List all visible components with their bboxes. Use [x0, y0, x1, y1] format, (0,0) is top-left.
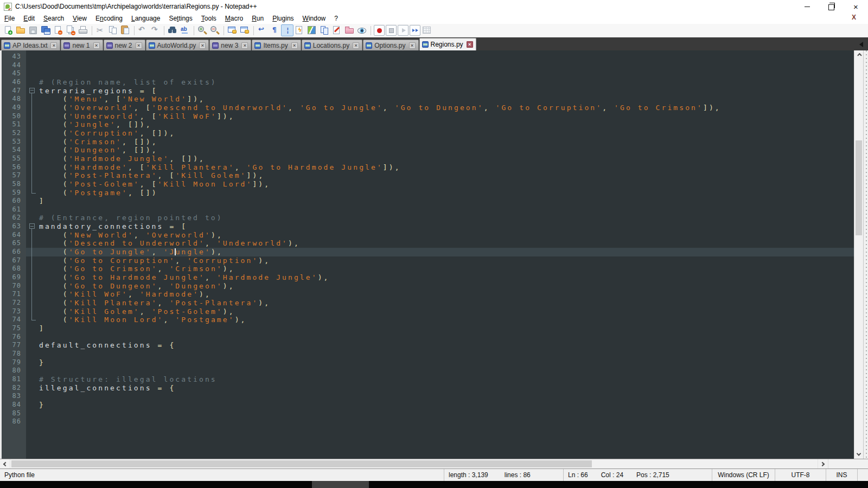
code-text[interactable]: ('Kill Golem', 'Post-Golem'), [39, 307, 854, 316]
tab-close-icon[interactable]: × [353, 42, 359, 49]
show-all-chars-icon[interactable] [269, 24, 281, 36]
code-line-50[interactable]: 50 ('Underworld', ['Kill WoF']), [2, 112, 854, 121]
code-line-53[interactable]: 53 ('Crimson', []), [2, 138, 854, 146]
code-text[interactable]: ('Kill Moon Lord', 'Postgame'), [39, 316, 854, 324]
save-icon[interactable] [27, 24, 40, 36]
code-text[interactable]: ('New World', 'Overworld'), [39, 231, 854, 240]
macro-run-multi-icon[interactable] [410, 25, 420, 36]
code-text[interactable]: mandatory_connections = [ [39, 222, 854, 231]
code-text[interactable]: ('Jungle', []), [39, 120, 854, 129]
cut-icon[interactable] [94, 24, 107, 36]
paste-icon[interactable] [119, 24, 132, 36]
code-text[interactable]: illegal_connections = { [39, 384, 854, 393]
undo-icon[interactable] [137, 24, 149, 36]
code-line-85[interactable]: 85 [2, 409, 854, 418]
menu-?[interactable]: ? [330, 13, 342, 24]
restore-button[interactable] [819, 0, 844, 13]
tab-close-icon[interactable]: × [93, 42, 100, 49]
code-text[interactable]: ('Descend to Underworld', 'Underworld'), [39, 239, 854, 248]
code-text[interactable]: ('Kill Plantera', 'Post-Plantera'), [39, 299, 854, 307]
tab-close-icon[interactable]: × [241, 42, 248, 49]
code-line-68[interactable]: 68 ('Go to Crimson', 'Crimson'), [2, 265, 854, 273]
open-icon[interactable] [15, 24, 27, 36]
code-text[interactable]: } [39, 358, 854, 367]
code-text[interactable]: ('Overworld', ['Descend to Underworld', … [39, 104, 854, 112]
document-map-icon[interactable] [306, 24, 318, 36]
code-text[interactable]: ('Menu', ['New World']), [39, 95, 854, 104]
tab-new-2[interactable]: new 2× [104, 40, 145, 50]
code-line-67[interactable]: 67 ('Go to Corruption', 'Corruption'), [2, 256, 854, 265]
vertical-scrollbar-thumb[interactable] [856, 140, 862, 235]
code-line-77[interactable]: 77default_connections = { [2, 341, 854, 350]
folder-workspace-icon[interactable] [343, 24, 356, 36]
fold-box-marker[interactable] [26, 87, 39, 95]
code-line-63[interactable]: 63mandatory_connections = [ [2, 222, 854, 231]
vertical-scrollbar[interactable] [854, 50, 863, 459]
sync-scroll-h-icon[interactable] [239, 24, 251, 36]
sync-scroll-v-icon[interactable] [226, 24, 239, 36]
menu-window[interactable]: Window [298, 13, 330, 24]
zoom-out-icon[interactable] [209, 24, 221, 36]
tab-options.py[interactable]: Options.py× [363, 40, 418, 50]
copy-icon[interactable] [107, 24, 119, 36]
code-text[interactable]: ] [39, 197, 854, 206]
tab-close-icon[interactable]: × [50, 42, 57, 49]
code-line-62[interactable]: 62# (Entrance, region pointed to) [2, 214, 854, 222]
close-button[interactable]: × [844, 0, 868, 13]
close-document-x-icon[interactable]: X [852, 14, 856, 21]
code-text[interactable]: ('Go to Crimson', 'Crimson'), [39, 265, 854, 273]
redo-icon[interactable] [149, 24, 162, 36]
menu-search[interactable]: Search [39, 13, 68, 24]
code-text[interactable]: ('Go to Jungle', 'Jungle'), [39, 248, 854, 256]
document-list-icon[interactable] [318, 24, 331, 36]
menu-tools[interactable]: Tools [197, 13, 221, 24]
tab-scroll-left-icon[interactable] [859, 42, 863, 47]
code-text[interactable]: ('Post-Plantera', ['Kill Golem']), [39, 171, 854, 180]
menu-encoding[interactable]: Encoding [91, 13, 127, 24]
save-all-icon[interactable] [40, 24, 52, 36]
tab-locations.py[interactable]: Locations.py× [302, 40, 362, 50]
code-text[interactable] [39, 392, 854, 401]
replace-icon[interactable] [179, 24, 192, 36]
title-bar[interactable]: C:\Users\Dood\Documents\tmp\Archipelago\… [0, 0, 868, 13]
code-text[interactable]: ('Postgame', []) [39, 189, 854, 197]
code-line-76[interactable]: 76 [2, 333, 854, 342]
tab-autoworld.py[interactable]: AutoWorld.py× [146, 40, 209, 50]
code-line-56[interactable]: 56 ('Hardmode', ['Kill Plantera', 'Go to… [2, 163, 854, 172]
code-line-49[interactable]: 49 ('Overworld', ['Descend to Underworld… [2, 104, 854, 112]
find-icon[interactable] [167, 24, 179, 36]
tab-close-icon[interactable]: × [291, 42, 298, 49]
code-line-73[interactable]: 73 ('Kill Golem', 'Post-Golem'), [2, 307, 854, 316]
code-text[interactable]: ('Kill WoF', 'Hardmode'), [39, 290, 854, 299]
new-file-icon[interactable] [2, 24, 15, 36]
tab-new-1[interactable]: new 1× [61, 40, 103, 50]
menu-plugins[interactable]: Plugins [268, 13, 298, 24]
menu-settings[interactable]: Settings [164, 13, 196, 24]
horizontal-scrollbar-track[interactable] [10, 459, 818, 468]
code-text[interactable]: ('Crimson', []), [39, 138, 854, 146]
code-line-66[interactable]: 66 ('Go to Jungle', 'Jungle'), [2, 248, 854, 256]
tab-close-icon[interactable]: × [409, 42, 416, 49]
code-text[interactable]: terraria_regions = [ [39, 87, 854, 95]
code-text[interactable]: ('Hardmode Jungle', []), [39, 155, 854, 163]
menu-edit[interactable]: Edit [19, 13, 39, 24]
code-text[interactable]: ('Corruption', []), [39, 129, 854, 138]
macro-record-icon[interactable] [374, 25, 385, 36]
code-line-75[interactable]: 75] [2, 324, 854, 333]
tab-regions.py[interactable]: Regions.py× [419, 38, 476, 50]
tab-close-icon[interactable]: × [199, 42, 206, 49]
code-line-54[interactable]: 54 ('Dungeon', []), [2, 146, 854, 155]
edit-marker-icon[interactable] [331, 24, 343, 36]
scroll-right-arrow[interactable] [818, 459, 828, 468]
code-line-61[interactable]: 61 [2, 206, 854, 214]
code-line-60[interactable]: 60] [2, 197, 854, 206]
macro-stop-icon[interactable] [386, 25, 397, 36]
code-line-59[interactable]: 59 ('Postgame', []) [2, 189, 854, 197]
code-line-52[interactable]: 52 ('Corruption', []), [2, 129, 854, 138]
code-line-48[interactable]: 48 ('Menu', ['New World']), [2, 95, 854, 104]
code-text[interactable] [39, 350, 854, 358]
code-line-69[interactable]: 69 ('Go to Hardmode Jungle', 'Hardmode J… [2, 273, 854, 282]
menu-run[interactable]: Run [247, 13, 268, 24]
code-line-58[interactable]: 58 ('Post-Golem', ['Kill Moon Lord']), [2, 180, 854, 189]
code-line-45[interactable]: 45 [2, 69, 854, 78]
